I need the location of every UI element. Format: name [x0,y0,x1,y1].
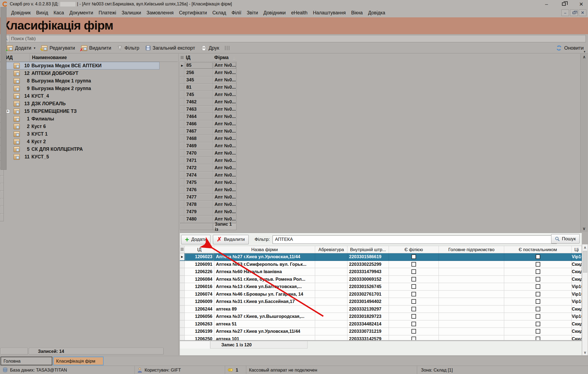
mid-table-row[interactable]: 256Апт №0... [180,69,237,76]
tree-item[interactable]: 2Куст 6 [4,123,178,130]
row-indicator-cell[interactable] [180,268,185,276]
window-minimize-button[interactable]: – [544,1,549,7]
row-indicator-cell[interactable] [180,313,185,321]
checkbox-is-branch[interactable] [411,314,416,319]
scroll-up-icon[interactable]: ∧ [581,54,588,60]
row-indicator-cell[interactable] [180,201,184,208]
checkbox-is-branch[interactable] [411,307,416,311]
mdi-close-button[interactable]: ✕ [579,9,586,16]
mid-header-firm[interactable]: Фірма△ [213,54,237,62]
menu-item[interactable]: Філії [229,9,244,17]
window-restore-button[interactable] [561,1,567,7]
mid-table-row[interactable]: 7472Апт №0... [180,164,237,172]
firms-table-row[interactable]: 1206263аптека 512203334482414Скидк [180,321,582,328]
tree-row-selector[interactable] [0,214,4,221]
tree-item[interactable]: 10Выгрузка Медок ВСЕ АПТЕКИ [4,62,159,69]
tree-item[interactable]: +15ПЕРЕМЕЩЕНИЕ ТЗ [4,107,178,115]
filter-button[interactable]: Фільтр [114,43,142,53]
checkbox-is-supplier[interactable] [536,329,540,334]
firms-table-row[interactable]: 1206056Аптека №37 г.Киев, ул.Вышгородска… [180,313,582,321]
firms-delete-button[interactable]: ✗ Видалити [213,235,248,244]
mid-table-row[interactable]: 7477Апт №0... [180,194,237,201]
checkbox-is-branch[interactable] [411,269,416,274]
menu-item[interactable]: Довідник [8,9,33,17]
add-button[interactable]: + Додати▾ [4,43,38,53]
menu-item[interactable]: Документи [67,9,96,17]
mid-table-row[interactable]: 7464Апт №0... [180,113,237,120]
tree-header-name[interactable]: Наименование [30,55,67,60]
row-indicator-cell[interactable] [180,306,185,313]
checkbox-is-supplier[interactable] [536,299,540,304]
firms-column-header[interactable]: Є постачальником [504,246,572,253]
checkbox-is-branch[interactable] [411,322,416,326]
row-indicator-cell[interactable] [180,98,184,106]
mid-table-row[interactable]: 7474Апт №0... [180,172,237,179]
checkbox-is-supplier[interactable] [536,314,540,319]
filter-input[interactable] [273,235,557,244]
refresh-dropdown-icon[interactable]: ▾ [584,50,585,53]
row-indicator-cell[interactable] [180,216,184,223]
menu-item[interactable]: Вихід [33,9,51,17]
checkbox-is-supplier[interactable] [536,262,540,267]
row-indicator-cell[interactable] [180,84,184,91]
tree-item[interactable]: 14КУСТ_4 [4,92,178,100]
menu-item[interactable]: Звіти [244,9,261,17]
firms-column-header[interactable]: Абревіатура [315,246,347,253]
row-indicator-cell[interactable] [180,186,184,194]
top-vertical-scrollbar[interactable]: ∧ [580,54,588,232]
row-indicator-cell[interactable] [180,91,184,98]
checkbox-is-branch[interactable] [411,299,416,304]
row-indicator-cell[interactable] [180,194,184,201]
tree-item[interactable]: 5СК ДЛЯ КОЛЛЦЕНТРА [4,145,178,153]
row-indicator-cell[interactable] [180,76,184,84]
firms-column-header[interactable]: ІД [185,246,214,253]
menu-item[interactable]: Налаштування [310,9,349,17]
column-chooser-icon[interactable] [225,46,230,50]
firms-table-row[interactable]: 1206250аптека 1012203333142579Скидк [180,335,582,340]
tree-item[interactable]: 11КУСТ_5 [4,153,178,161]
mdi-minimize-button[interactable]: – [561,9,569,16]
firms-table-row[interactable]: 1206009Аптека №31 г.Киев ул.Бассейная,17… [180,298,582,306]
row-indicator-cell[interactable] [180,298,185,306]
firms-table-row[interactable]: 1206226Аптека №60 Наталья Іванівна220333… [180,268,582,276]
row-indicator-cell[interactable] [180,157,184,164]
tree-row-selector[interactable] [0,183,4,191]
menu-item[interactable]: Довідники [261,9,288,17]
mid-table-row[interactable]: 7467Апт №0... [180,128,237,135]
row-indicator-cell[interactable] [180,179,184,186]
row-indicator-cell[interactable] [180,142,184,150]
checkbox-is-supplier[interactable] [536,307,540,311]
menu-item[interactable]: Платежі [96,9,119,17]
firms-search-button[interactable]: Пошук [551,234,580,244]
firms-table-row[interactable]: 1206244аптека 892203332139297Скидк [180,306,582,313]
checkbox-is-supplier[interactable] [536,277,540,282]
tree-header-id[interactable]: ИД [4,54,30,62]
firms-table-row[interactable]: 1206016Аптека №13 г.Киев ул.Баггоутовска… [180,283,582,291]
row-indicator-cell[interactable] [180,150,184,157]
row-indicator-cell[interactable] [180,106,184,113]
firms-vertical-scrollbar-thumb[interactable] [583,251,587,273]
firms-add-button[interactable]: + Додати [181,235,210,244]
firms-table-row[interactable]: 1206091Аптека №63 г.Симферополь вул. Гор… [180,261,582,268]
mdi-restore-button[interactable] [570,9,578,16]
menu-item[interactable]: Замовлення [144,9,176,17]
tree-item[interactable]: 1Филиалы [4,115,178,123]
row-indicator-cell[interactable] [180,283,185,291]
checkbox-is-branch[interactable] [411,262,416,267]
firms-column-header[interactable]: Внутрішній штр... [347,246,389,253]
mid-table-row[interactable]: 7470Апт №0... [180,150,237,157]
print-button[interactable]: Друк [198,43,222,53]
edit-button[interactable]: ✎ Редагувати [38,43,78,53]
row-indicator-cell[interactable] [180,128,184,135]
row-indicator-cell[interactable] [180,135,184,142]
checkbox-is-supplier[interactable] [536,254,540,259]
menu-item[interactable]: Залишки [119,9,144,17]
menu-item[interactable]: Довідка [365,9,388,17]
tree-item[interactable]: 3КУСТ 1 [4,130,178,138]
mid-table-row[interactable]: 7468Апт №0... [180,135,237,142]
row-indicator-cell[interactable] [180,261,185,268]
row-indicator-cell[interactable] [180,291,185,298]
firms-column-header[interactable]: Назва фірми [214,246,315,253]
scroll-down-icon[interactable]: ∨ [582,349,588,355]
tree-item[interactable]: 9Выгрузка Медок 2 группа [4,85,178,92]
